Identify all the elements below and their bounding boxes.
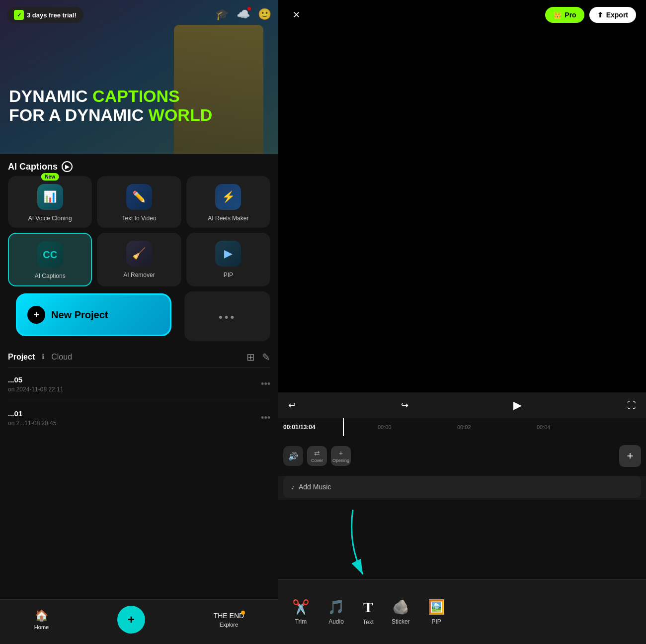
cover-label: Cover: [311, 458, 323, 463]
trial-icon: ✓: [14, 10, 24, 20]
new-project-plus-icon: +: [27, 306, 45, 324]
sticker-icon: 🪨: [392, 599, 409, 615]
project-name-1: ...01: [8, 409, 56, 418]
smiley-icon[interactable]: 🙂: [258, 8, 271, 21]
nav-explore[interactable]: THE END Explore: [214, 612, 244, 628]
tool-card-pip[interactable]: ▶ PIP: [186, 233, 270, 286]
time-marker-2: 00:04: [537, 424, 551, 430]
new-project-row: + New Project •••: [0, 291, 278, 346]
track-add-button[interactable]: +: [619, 445, 641, 467]
arrow-area: [278, 500, 646, 579]
new-project-button[interactable]: + New Project: [16, 293, 171, 336]
playhead-line: [343, 418, 344, 436]
hero-line2-green: WORLD: [149, 105, 212, 124]
project-date-0: on 2024-11-08 22:11: [8, 386, 63, 393]
top-bar: ✕ 👑 Pro ⬆ Export: [278, 0, 646, 30]
voice-cloning-label: AI Voice Cloning: [28, 215, 72, 222]
hero-line2-white: FOR A DYNAMIC: [9, 105, 149, 124]
ai-captions-row[interactable]: AI Captions ▶: [0, 154, 278, 176]
project-header: Project ℹ Cloud ⊞ ✎: [0, 346, 278, 367]
reels-maker-icon: ⚡: [215, 184, 241, 210]
export-icon: ⬆: [597, 11, 603, 19]
music-note-icon: ♪: [291, 483, 295, 491]
add-music-bar[interactable]: ♪ Add Music: [283, 476, 641, 498]
tool-card-reels-maker[interactable]: ⚡ AI Reels Maker: [186, 176, 270, 228]
current-time: 00:01/13:04: [283, 424, 316, 431]
undo-button[interactable]: ↩: [288, 400, 296, 411]
info-icon: ℹ: [42, 353, 44, 362]
new-project-label: New Project: [51, 309, 108, 321]
trial-badge[interactable]: ✓ 3 days free trial!: [7, 7, 83, 23]
video-preview: [278, 30, 646, 392]
opening-button[interactable]: + Opening: [331, 446, 351, 466]
bottom-nav: 🏠 Home + THE END Explore: [0, 599, 278, 644]
tool-card-text-to-video[interactable]: ✏️ Text to Video: [97, 176, 181, 228]
tool-card-voice-cloning[interactable]: New 📊 AI Voice Cloning: [8, 176, 92, 228]
grid-view-icon[interactable]: ⊞: [246, 351, 255, 363]
tab-cloud[interactable]: Cloud: [51, 353, 72, 362]
ai-captions-arrow-icon[interactable]: ▶: [62, 161, 73, 172]
explore-dot: [241, 611, 245, 615]
trial-text: 3 days free trial!: [27, 11, 77, 19]
reels-maker-label: AI Reels Maker: [208, 215, 248, 222]
ai-captions-label: AI Captions: [8, 162, 58, 172]
toolbar-pip[interactable]: 🖼️ PIP: [419, 594, 454, 630]
home-label: Home: [34, 624, 49, 630]
ai-captions-icon: CC: [37, 242, 63, 268]
track-area: 🔊 ⇄ Cover + Opening +: [278, 436, 646, 476]
audio-label: Audio: [328, 618, 344, 625]
play-button[interactable]: ▶: [513, 399, 522, 412]
audio-track-toggle[interactable]: 🔊: [283, 446, 303, 466]
home-icon: 🏠: [35, 609, 48, 622]
audio-icon: 🎵: [327, 599, 345, 615]
hero-banner: ✓ 3 days free trial! 🎓 ☁️ 🙂 DYNAMIC CAPT…: [0, 0, 278, 154]
export-label: Export: [606, 11, 628, 19]
explore-label: Explore: [220, 622, 238, 628]
project-menu-0[interactable]: •••: [261, 379, 270, 389]
header-actions: ⊞ ✎: [246, 351, 270, 363]
edit-icon[interactable]: ✎: [262, 351, 270, 363]
tab-project[interactable]: Project: [8, 353, 35, 362]
sticker-label: Sticker: [392, 618, 410, 625]
fullscreen-button[interactable]: ⛶: [627, 400, 636, 411]
tool-card-ai-captions[interactable]: CC AI Captions: [8, 233, 92, 286]
trim-label: Trim: [295, 618, 307, 625]
project-item-0[interactable]: ...05 on 2024-11-08 22:11 •••: [8, 367, 270, 401]
toolbar-text[interactable]: T Text: [354, 594, 383, 631]
toolbar-trim[interactable]: ✂️ Trim: [283, 594, 319, 630]
project-item-1[interactable]: ...01 on 2...11-08 20:45 •••: [8, 401, 270, 435]
export-button[interactable]: ⬆ Export: [589, 7, 636, 23]
project-tabs: Project ℹ Cloud: [8, 353, 242, 362]
header-icons: 🎓 ☁️ 🙂: [215, 8, 271, 21]
cloud-icon[interactable]: ☁️: [237, 8, 250, 21]
hero-text: DYNAMIC CAPTIONS FOR A DYNAMIC WORLD: [9, 87, 212, 124]
project-info-0: ...05 on 2024-11-08 22:11: [8, 375, 63, 393]
graduation-icon[interactable]: 🎓: [215, 8, 229, 21]
project-list: ...05 on 2024-11-08 22:11 ••• ...01 on 2…: [0, 367, 278, 599]
project-name-0: ...05: [8, 375, 63, 384]
nav-add-button[interactable]: +: [117, 606, 145, 634]
new-badge: New: [41, 173, 59, 181]
toolbar-sticker[interactable]: 🪨 Sticker: [383, 594, 419, 630]
tool-card-ai-remover[interactable]: 🧹 AI Remover: [97, 233, 181, 286]
toolbar-audio[interactable]: 🎵 Audio: [319, 594, 354, 630]
close-button[interactable]: ✕: [288, 7, 304, 23]
ai-captions-label: AI Captions: [35, 273, 66, 279]
ai-remover-label: AI Remover: [123, 272, 155, 278]
time-marker-1: 00:02: [457, 424, 471, 430]
cover-button[interactable]: ⇄ Cover: [307, 446, 327, 466]
project-menu-1[interactable]: •••: [261, 413, 270, 423]
timeline-section: ↩ ↪ ▶ ⛶ 00:01/13:04 00:00 00:02 00:04 🔊 …: [278, 392, 646, 579]
opening-label: Opening: [332, 458, 349, 463]
pro-button[interactable]: 👑 Pro: [545, 7, 584, 23]
ai-remover-icon: 🧹: [126, 241, 152, 267]
hero-line1-green: CAPTIONS: [92, 87, 180, 105]
add-icon: +: [128, 613, 135, 627]
more-card[interactable]: •••: [184, 291, 270, 341]
voice-cloning-icon: 📊: [37, 184, 63, 210]
left-panel: ✓ 3 days free trial! 🎓 ☁️ 🙂 DYNAMIC CAPT…: [0, 0, 278, 644]
pro-label: Pro: [565, 11, 576, 19]
redo-button[interactable]: ↪: [401, 400, 408, 411]
nav-home[interactable]: 🏠 Home: [34, 609, 49, 630]
text-to-video-icon: ✏️: [126, 184, 152, 210]
